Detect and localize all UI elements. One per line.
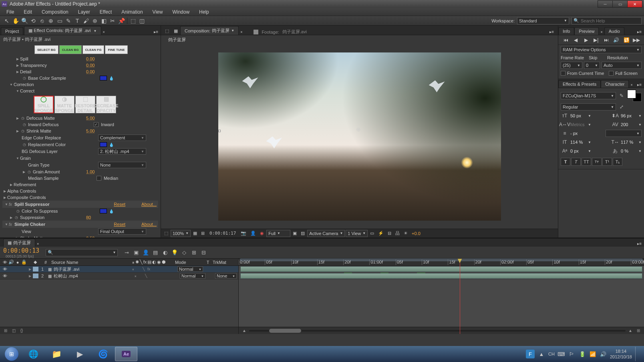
- taskbar-browser-icon[interactable]: 🌀: [92, 347, 114, 361]
- close-button[interactable]: ✕: [627, 0, 642, 8]
- taskbar-app-icon[interactable]: 🌐: [22, 347, 44, 361]
- detail-value[interactable]: 0.00: [86, 69, 102, 74]
- subscript-button[interactable]: T₁: [613, 158, 622, 166]
- layer-clip-bar[interactable]: [240, 266, 642, 272]
- preview-resolution-dropdown[interactable]: Auto▼: [602, 62, 642, 69]
- toggle-switches-icon[interactable]: ⊞: [2, 328, 9, 334]
- swap-colors-icon[interactable]: ⤢: [618, 103, 626, 111]
- comp-mini-flowchart-icon[interactable]: ⊸: [123, 249, 131, 257]
- menu-layer[interactable]: Layer: [73, 8, 95, 16]
- composition-tab[interactable]: Composition: 鸽子蓝屏 ▼: [180, 26, 239, 35]
- roi-icon[interactable]: ▣: [291, 230, 298, 237]
- composition-viewer[interactable]: ⊕: [161, 44, 558, 229]
- stopwatch-icon[interactable]: ◷: [15, 208, 21, 214]
- twirl-icon[interactable]: ▶: [15, 63, 20, 68]
- collapse-switch[interactable]: [136, 267, 141, 272]
- collapse-switch[interactable]: [139, 274, 143, 278]
- show-desktop-button[interactable]: [635, 347, 639, 361]
- quality-switch[interactable]: ╲: [144, 274, 148, 278]
- chevron-down-icon[interactable]: ▼: [588, 141, 591, 144]
- reset-link[interactable]: Reset: [114, 202, 125, 207]
- inward-checkbox[interactable]: ✓: [94, 122, 99, 127]
- panel-menu-icon[interactable]: ▸≡: [547, 29, 556, 35]
- tsume-value[interactable]: 0 %: [621, 149, 637, 153]
- vscale-value[interactable]: 114 %: [570, 140, 586, 145]
- reset-exposure-icon[interactable]: ☀: [402, 230, 409, 237]
- panel-menu-icon[interactable]: ▸≡: [635, 82, 644, 88]
- graph-editor-icon[interactable]: ⊞: [190, 249, 198, 257]
- twirl-icon[interactable]: ▶: [22, 169, 26, 174]
- grain-amount-value[interactable]: 1.00: [86, 169, 102, 174]
- font-family-dropdown[interactable]: FZCuQian-M17S▼: [561, 92, 616, 99]
- draft3d-icon[interactable]: ▣: [132, 249, 140, 257]
- layer-label-swatch[interactable]: [33, 267, 38, 272]
- trkmat-column[interactable]: TrkMat: [213, 260, 237, 265]
- rect-tool-icon[interactable]: ▭: [55, 17, 64, 25]
- font-eyedropper-icon[interactable]: ✎: [618, 92, 626, 99]
- quality-switch[interactable]: ╲: [141, 267, 146, 272]
- shy-switch-icon[interactable]: ⁎: [132, 259, 135, 265]
- twirl-icon[interactable]: ▼: [15, 88, 20, 93]
- panel-menu-icon[interactable]: ▸≡: [635, 241, 644, 247]
- eyedropper-icon[interactable]: 💧: [109, 142, 114, 147]
- frameblend-switch[interactable]: [152, 267, 156, 272]
- tray-network-icon[interactable]: 📶: [589, 350, 596, 358]
- skip-dropdown[interactable]: 0▼: [584, 62, 600, 69]
- transparency-grid-icon[interactable]: ▨: [299, 230, 306, 237]
- bg-defocus-layer-dropdown[interactable]: 2. 松树山 .mp4▼: [98, 148, 146, 155]
- motionblur-switch[interactable]: [157, 267, 161, 272]
- frame-blend-icon[interactable]: ▤: [151, 249, 159, 257]
- fx-switch[interactable]: [149, 274, 153, 278]
- 3d-switch[interactable]: [170, 274, 174, 278]
- tray-expand-icon[interactable]: ▲: [538, 350, 545, 358]
- defocus-matte-value[interactable]: 5.00: [86, 116, 102, 121]
- mode-column[interactable]: Mode: [175, 260, 203, 265]
- simple-choker-header[interactable]: ▼ fx Simple Choker Reset About...: [2, 221, 158, 228]
- twirl-icon[interactable]: ▶: [2, 189, 7, 193]
- stopwatch-icon[interactable]: ◷: [22, 75, 27, 81]
- camera-tool-icon[interactable]: ⎋: [38, 17, 46, 25]
- fx-icon[interactable]: fx: [9, 222, 14, 227]
- system-clock[interactable]: 18:14 2012/10/18: [610, 348, 632, 360]
- motionblur-switch-icon[interactable]: ◐: [152, 259, 156, 265]
- eyedropper-icon[interactable]: 💧: [109, 208, 114, 214]
- roto-tool-icon[interactable]: ✂: [108, 17, 117, 25]
- toggle-inout-icon[interactable]: {}: [18, 328, 25, 334]
- rotation-tool-icon[interactable]: ⟲: [29, 17, 38, 25]
- safe-zones-icon[interactable]: ▦: [191, 230, 199, 237]
- replacement-color-swatch[interactable]: [100, 142, 107, 147]
- brush-tool-icon[interactable]: 🖌: [82, 17, 91, 25]
- twirl-icon[interactable]: ▶: [2, 195, 7, 200]
- timeline-search-input[interactable]: [55, 250, 111, 255]
- twirl-icon[interactable]: ▼: [9, 82, 14, 87]
- taskbar-explorer-icon[interactable]: 📁: [45, 347, 68, 361]
- search-help-input[interactable]: [581, 18, 640, 23]
- view-count-dropdown[interactable]: 1 View▼: [346, 230, 368, 237]
- last-frame-icon[interactable]: ⏭: [603, 36, 610, 44]
- zoom-dropdown[interactable]: 100%▼: [171, 230, 191, 237]
- superscript-button[interactable]: T¹: [602, 158, 612, 166]
- preview-tab[interactable]: Preview: [574, 27, 599, 35]
- shy-switch[interactable]: ⁎: [131, 267, 135, 272]
- channel-icon[interactable]: ◉: [258, 230, 266, 237]
- menu-composition[interactable]: Composition: [37, 8, 73, 16]
- language-indicator[interactable]: CH: [548, 352, 555, 356]
- faux-bold-button[interactable]: T: [561, 158, 570, 166]
- layer-visibility-icon[interactable]: 👁: [2, 267, 8, 272]
- timeline-icon[interactable]: ⊟: [386, 230, 393, 237]
- adjustment-switch[interactable]: [162, 267, 167, 272]
- adjustment-switch[interactable]: [165, 274, 169, 278]
- next-frame-icon[interactable]: ▶|: [592, 36, 600, 44]
- zoom-tool-icon[interactable]: 🔍: [20, 17, 29, 25]
- shy-switch[interactable]: ⁎: [133, 274, 138, 278]
- flowchart-icon[interactable]: 品: [394, 230, 401, 237]
- tab-close-icon[interactable]: ×: [629, 82, 634, 88]
- fine-tune-button[interactable]: FINE TUNE: [105, 45, 127, 54]
- label-column-icon[interactable]: ◆: [34, 259, 42, 265]
- fx-switch[interactable]: fx: [147, 267, 151, 272]
- fx-switch-icon[interactable]: fx: [143, 259, 147, 265]
- clean-bg-button[interactable]: CLEAN BG: [59, 45, 82, 54]
- blend-mode-dropdown[interactable]: Normal▼: [177, 266, 203, 272]
- menu-animation[interactable]: Animation: [117, 8, 147, 16]
- comp-button-icon[interactable]: ⊞: [635, 328, 642, 334]
